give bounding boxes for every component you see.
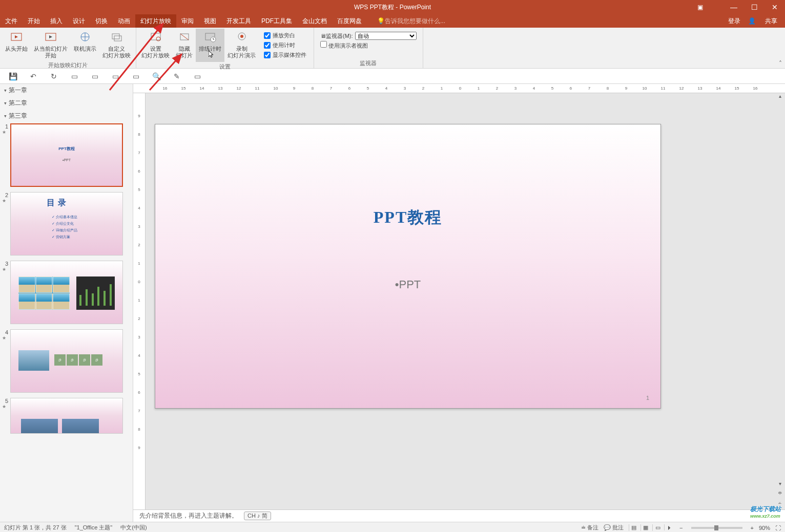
tab-insert[interactable]: 插入	[45, 14, 68, 28]
slide-outline-panel[interactable]: 第一章 第二章 第三章 1★ PPT教程 •PPT 2★ 目录 ✓ 介绍基本信息…	[0, 84, 133, 522]
tab-file[interactable]: 文件	[0, 14, 23, 28]
slide-body[interactable]: •PPT	[155, 278, 660, 291]
slide-counter[interactable]: 幻灯片 第 1 张，共 27 张	[4, 524, 67, 531]
prev-slide-button[interactable]: ≑	[776, 490, 784, 498]
window-controls: — ☐ ✕	[724, 3, 785, 11]
slide-title[interactable]: PPT教程	[155, 206, 660, 229]
presenter-view-checkbox[interactable]: 使用演示者视图	[320, 41, 368, 50]
present-online-button[interactable]: 联机演示	[71, 29, 99, 60]
section-2[interactable]: 第二章	[0, 97, 133, 110]
ime-indicator[interactable]: CH ♪ 简	[244, 512, 271, 520]
svg-marker-1	[15, 35, 18, 38]
titlebar: WPS PPT教程 - PowerPoint ▣ — ☐ ✕	[0, 0, 785, 14]
tab-pdf[interactable]: PDF工具集	[256, 14, 297, 28]
statusbar: 幻灯片 第 1 张，共 27 张 "1_Office 主题" 中文(中国) ≐ …	[0, 522, 785, 532]
ribbon: 从头开始 从当前幻灯片 开始 联机演示 自定义 幻灯片放映 开始放映幻灯片 设置…	[0, 28, 785, 69]
qat-icon-5[interactable]: ▭	[87, 72, 102, 80]
hide-slide-button[interactable]: 隐藏 幻灯片	[173, 29, 196, 62]
thumb-4[interactable]: 步步步步	[10, 329, 123, 393]
rehearse-timings-button[interactable]: 排练计时	[196, 29, 224, 62]
qat-icon-7[interactable]: ▭	[128, 72, 143, 80]
collapse-ribbon-button[interactable]: ˄	[779, 60, 782, 67]
ribbon-group-start-show: 从头开始 从当前幻灯片 开始 联机演示 自定义 幻灯片放映 开始放映幻灯片	[0, 28, 136, 68]
monitor-select[interactable]: 自动	[355, 32, 417, 40]
qat-icon-8[interactable]: 🔍	[149, 72, 164, 80]
custom-show-button[interactable]: 自定义 幻灯片放映	[99, 29, 134, 60]
thumb-3-wrap[interactable]: 3★	[0, 260, 133, 328]
tab-jinshan[interactable]: 金山文档	[297, 14, 332, 28]
ribbon-group-setup: 设置 幻灯片放映 隐藏 幻灯片 排练计时 录制 幻灯片演示 播放旁白 使用计时 …	[136, 28, 314, 68]
tab-slideshow[interactable]: 幻灯片放映	[135, 14, 176, 28]
section-1[interactable]: 第一章	[0, 84, 133, 97]
scroll-up-button[interactable]: ▴	[776, 93, 784, 101]
from-beginning-button[interactable]: 从头开始	[2, 29, 31, 60]
record-slideshow-button[interactable]: 录制 幻灯片演示	[224, 29, 259, 62]
zoom-slider[interactable]	[691, 527, 742, 529]
thumb-1[interactable]: PPT教程 •PPT	[10, 123, 123, 187]
sorter-view-button[interactable]: ▦	[641, 524, 651, 531]
show-media-checkbox[interactable]: 显示媒体控件	[264, 51, 306, 59]
qat-icon-4[interactable]: ▭	[67, 72, 82, 80]
notes-toggle[interactable]: ≐ 备注	[581, 524, 598, 531]
qat-icon-6[interactable]: ▭	[108, 72, 123, 80]
save-icon[interactable]: 💾	[5, 72, 20, 80]
use-timings-checkbox[interactable]: 使用计时	[264, 41, 306, 49]
thumb-2-wrap[interactable]: 2★ 目录 ✓ 介绍基本信息 ✓ 介绍公文化 ✓ 详细介绍产品 ✓ 营销方案	[0, 191, 133, 260]
tab-baidu[interactable]: 百度网盘	[332, 14, 367, 28]
svg-point-8	[156, 37, 160, 41]
thumb-5[interactable]	[10, 398, 123, 434]
zoom-in-button[interactable]: +	[751, 525, 754, 531]
section-3[interactable]: 第三章	[0, 110, 133, 122]
tell-me-search[interactable]: 💡 告诉我您想要做什么...	[377, 17, 445, 26]
tab-review[interactable]: 审阅	[176, 14, 199, 28]
notes-pane[interactable]: 先介绍背景信息，再进入主题讲解。 CH ♪ 简	[133, 509, 785, 522]
undo-icon[interactable]: ↶	[26, 72, 41, 80]
thumb-2[interactable]: 目录 ✓ 介绍基本信息 ✓ 介绍公文化 ✓ 详细介绍产品 ✓ 营销方案	[10, 192, 123, 256]
ribbon-group-monitor: 🖥 监视器(M): 自动 使用演示者视图 监视器	[314, 28, 423, 68]
zoom-value[interactable]: 90%	[759, 525, 770, 531]
qat-icon-10[interactable]: ▭	[190, 72, 205, 80]
slideshow-view-button[interactable]: ⏵	[664, 524, 674, 530]
setup-slideshow-button[interactable]: 设置 幻灯片放映	[138, 29, 173, 62]
thumb-1-wrap[interactable]: 1★ PPT教程 •PPT	[0, 122, 133, 191]
vertical-ruler[interactable]: 9876543210123456789	[133, 93, 146, 509]
login-button[interactable]: 登录	[728, 17, 740, 26]
play-narration-checkbox[interactable]: 播放旁白	[264, 32, 306, 39]
view-buttons: ▤ ▦ ▭ ⏵	[629, 524, 674, 531]
comments-toggle[interactable]: 💬 批注	[604, 524, 624, 531]
thumb-3[interactable]	[10, 261, 123, 324]
play-from-start-icon	[9, 30, 24, 45]
slide-canvas[interactable]: PPT教程 •PPT 1	[155, 124, 661, 409]
from-current-button[interactable]: 从当前幻灯片 开始	[31, 29, 71, 60]
tab-home[interactable]: 开始	[23, 14, 45, 28]
share-button[interactable]: 👤 共享	[748, 17, 777, 26]
zoom-out-button[interactable]: −	[679, 525, 683, 531]
setup-icon	[149, 30, 163, 45]
fit-window-button[interactable]: ⛶	[775, 525, 781, 531]
ribbon-display-icon[interactable]: ▣	[697, 4, 703, 11]
maximize-button[interactable]: ☐	[744, 3, 765, 11]
tab-transition[interactable]: 切换	[90, 14, 113, 28]
language-indicator[interactable]: 中文(中国)	[120, 524, 147, 531]
normal-view-button[interactable]: ▤	[629, 524, 639, 531]
svg-marker-3	[49, 35, 52, 38]
monitor-label: 监视器(M):	[326, 32, 353, 40]
tab-devtools[interactable]: 开发工具	[221, 14, 256, 28]
thumb-4-wrap[interactable]: 4★ 步步步步	[0, 328, 133, 397]
playback-options: 播放旁白 使用计时 显示媒体控件	[259, 29, 312, 62]
canvas-area[interactable]: PPT教程 •PPT 1 ▴ ▾ ≑ ⩡	[146, 93, 785, 509]
thumb-5-wrap[interactable]: 5★	[0, 397, 133, 438]
horizontal-ruler[interactable]: 1615141312111098765432101234567891011121…	[133, 84, 785, 93]
slide-page-number: 1	[646, 395, 649, 401]
close-button[interactable]: ✕	[765, 3, 785, 11]
reading-view-button[interactable]: ▭	[652, 524, 663, 531]
notes-text[interactable]: 先介绍背景信息，再进入主题讲解。	[139, 512, 238, 520]
tab-animation[interactable]: 动画	[113, 14, 135, 28]
tab-view[interactable]: 视图	[199, 14, 221, 28]
tab-design[interactable]: 设计	[68, 14, 90, 28]
qat-icon-9[interactable]: ✎	[169, 72, 184, 80]
redo-icon[interactable]: ↻	[46, 72, 61, 80]
svg-rect-6	[114, 36, 121, 41]
scroll-down-button[interactable]: ▾	[776, 481, 784, 489]
minimize-button[interactable]: —	[724, 3, 744, 11]
